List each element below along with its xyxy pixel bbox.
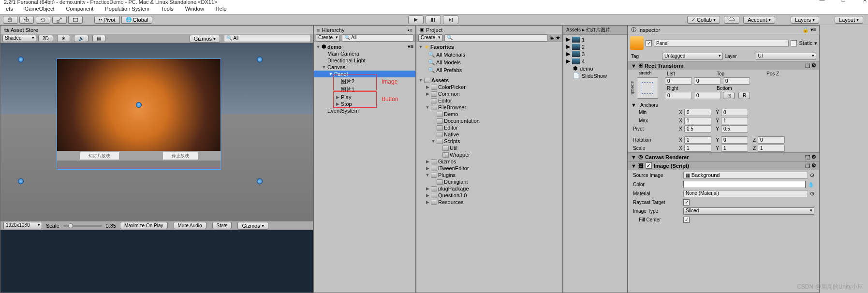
game-gizmos-button[interactable]: Gizmos ▾ [237, 222, 268, 230]
top-field[interactable] [694, 77, 721, 85]
scene-search[interactable]: 🔍 All [224, 35, 311, 42]
asset-store-tab[interactable]: 🛍 Asset Store [0, 26, 313, 34]
global-button[interactable]: 🌐 Global [121, 16, 153, 24]
fav-materials[interactable]: 🔍All Materials [416, 51, 562, 59]
anchor-min-y[interactable] [721, 109, 748, 116]
folder-demigiant[interactable]: Demigiant [416, 178, 562, 185]
close-icon[interactable]: ✕ [861, 0, 868, 4]
scale-y[interactable] [721, 145, 748, 152]
posz-field[interactable] [723, 77, 750, 85]
rect-tool-button[interactable] [68, 16, 83, 24]
shaded-dropdown[interactable]: Shaded [2, 35, 36, 42]
center-gizmo-icon[interactable] [136, 102, 142, 108]
blueprint-button[interactable]: ⊡ [723, 92, 735, 99]
right-field[interactable] [665, 92, 692, 99]
menu-assets[interactable]: ets [4, 5, 15, 13]
panel-item[interactable]: ▼Panel [314, 71, 415, 77]
minimize-icon[interactable]: — [819, 0, 825, 4]
breadcrumb[interactable]: Assets ▸ 幻灯片图片 [563, 26, 627, 35]
folder-documentation[interactable]: Documentation [416, 117, 562, 124]
project-create-dropdown[interactable]: Create [418, 34, 442, 42]
tag-dropdown[interactable]: Untagged [662, 53, 723, 60]
anchor-icon[interactable] [257, 57, 263, 62]
help-icon[interactable]: ⬚ ⚙ [805, 62, 816, 69]
fx-toggle[interactable]: ▤ [92, 35, 105, 42]
canvas-renderer-header[interactable]: ▼◎Canvas Renderer⬚ ⚙ [628, 153, 819, 161]
anchor-icon[interactable] [18, 178, 24, 184]
inspector-tab[interactable]: ⓘ Inspector 🔒 ▾≡ [628, 26, 819, 34]
folder-plugpackage[interactable]: ▶plugPackage [416, 185, 562, 192]
folder-editor[interactable]: Editor [416, 97, 562, 104]
anchor-max-x[interactable] [684, 117, 711, 124]
layout-button[interactable]: Layout ▾ [835, 16, 863, 24]
panel-menu-icon[interactable]: ▪≡ [408, 27, 412, 33]
favorites-root[interactable]: ▼★Favorites [416, 43, 562, 51]
mute-button[interactable]: Mute Audio [174, 222, 206, 229]
slideshow-play-ui-button[interactable]: 幻灯片放映 [80, 152, 119, 160]
image-script-header[interactable]: ▼🖼✓Image (Script)⬚ ⚙ [628, 161, 819, 170]
menu-window[interactable]: Window [183, 5, 206, 13]
asset-1[interactable]: ▶1 [563, 36, 627, 43]
bottom-field[interactable] [694, 92, 721, 99]
panel-object[interactable]: 幻灯片放映 停止放映 [57, 59, 221, 170]
folder-question[interactable]: ▶Question3.0 [416, 192, 562, 199]
image-type-dropdown[interactable]: Sliced [683, 207, 814, 215]
folder-native[interactable]: Native [416, 131, 562, 138]
folder-resources[interactable]: ▶Resources [416, 199, 562, 205]
project-tab[interactable]: ▣ Project [416, 26, 562, 34]
rot-z[interactable] [758, 136, 785, 144]
play-item[interactable]: ▶Play [314, 94, 415, 101]
help-icon[interactable]: ⬚ ⚙ [805, 162, 816, 169]
game-view[interactable] [0, 230, 313, 293]
eyedropper-icon[interactable]: 💧 [808, 181, 814, 188]
menu-component[interactable]: Component [64, 5, 95, 13]
eventsystem-item[interactable]: EventSystem [314, 107, 415, 114]
folder-wrapper[interactable]: Wrapper [416, 151, 562, 158]
image-enabled[interactable]: ✓ [646, 162, 652, 169]
assets-root[interactable]: ▼Assets [416, 77, 562, 84]
pivot-button[interactable]: ▪▪ Pivot [94, 16, 120, 24]
scene-root[interactable]: ▼⬢demo▾≡ [314, 43, 415, 50]
stats-button[interactable]: Stats [212, 222, 232, 229]
asset-slideshow[interactable]: 📄SlideShow [563, 72, 627, 79]
rot-y[interactable] [721, 136, 748, 144]
cloud-button[interactable] [724, 16, 739, 24]
image1-item[interactable]: 图片1 [314, 86, 415, 94]
menu-gameobject[interactable]: GameObject [23, 5, 57, 13]
folder-gizmos[interactable]: ▶Gizmos [416, 158, 562, 165]
menu-tools[interactable]: Tools [159, 5, 176, 13]
account-button[interactable]: Account ▾ [743, 16, 775, 24]
filter-icon[interactable]: ◈ [550, 35, 554, 41]
material-field[interactable]: None (Material) [683, 190, 808, 197]
resolution-dropdown[interactable]: 1920x1080 [3, 222, 42, 229]
scale-z[interactable] [758, 145, 785, 152]
move-tool-button[interactable] [19, 16, 34, 24]
anchor-preset-button[interactable] [637, 77, 658, 99]
maximize-button[interactable]: Maximize On Play [120, 222, 168, 229]
hierarchy-search[interactable]: 🔍 All [342, 34, 413, 42]
folder-demo[interactable]: Demo [416, 111, 562, 117]
scene-view[interactable]: 幻灯片放映 停止放映 [0, 43, 313, 221]
folder-colorpicker[interactable]: ▶ColorPicker [416, 84, 562, 90]
anchor-icon[interactable] [257, 178, 263, 184]
asset-2[interactable]: ▶2 [563, 43, 627, 50]
raycast-checkbox[interactable]: ✓ [683, 199, 690, 205]
gizmos-dropdown[interactable]: Gizmos ▾ [190, 35, 220, 43]
static-checkbox[interactable] [791, 40, 797, 46]
anchor-icon[interactable] [18, 57, 24, 62]
2d-toggle[interactable]: 2D [38, 35, 53, 42]
pivot-y[interactable] [721, 125, 748, 132]
directional-light-item[interactable]: Directional Light [314, 57, 415, 64]
audio-toggle[interactable]: 🔊 [74, 35, 88, 42]
picker-icon[interactable]: ⊙ [810, 190, 814, 197]
lock-icon[interactable]: 🔒 ▾≡ [802, 27, 816, 33]
layer-dropdown[interactable]: UI [756, 53, 817, 60]
active-checkbox[interactable]: ✓ [646, 40, 652, 46]
rect-transform-header[interactable]: ▼⊞Rect Transform⬚ ⚙ [628, 61, 819, 70]
slideshow-stop-ui-button[interactable]: 停止放映 [163, 152, 198, 160]
menu-help[interactable]: Help [214, 5, 229, 13]
create-dropdown[interactable]: Create [316, 34, 340, 42]
rot-x[interactable] [684, 136, 711, 144]
layers-button[interactable]: Layers ▾ [791, 16, 819, 24]
play-button[interactable] [408, 15, 424, 24]
